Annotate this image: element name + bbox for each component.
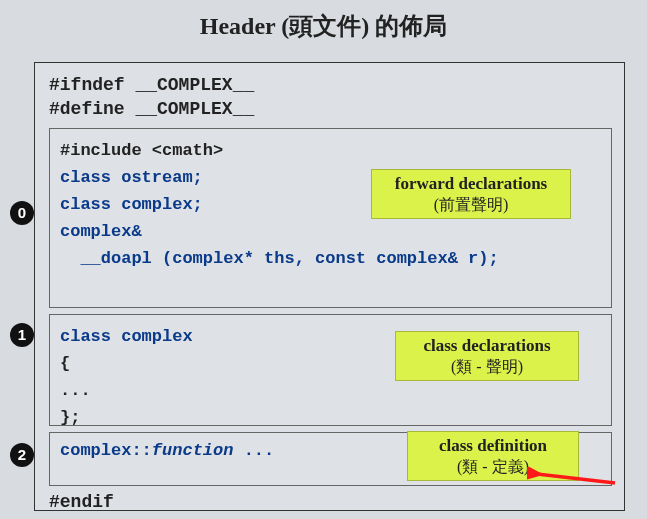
label-en: class definition bbox=[422, 435, 564, 457]
define-line: #define __COMPLEX__ bbox=[49, 97, 612, 121]
code-line: complex& bbox=[60, 218, 601, 245]
include-guard: #ifndef __COMPLEX__ #define __COMPLEX__ bbox=[49, 73, 612, 122]
label-zh: (前置聲明) bbox=[386, 195, 556, 216]
label-forward-decl: forward declarations (前置聲明) bbox=[371, 169, 571, 220]
badge-1: 1 bbox=[10, 323, 34, 347]
label-zh: (類 - 聲明) bbox=[410, 357, 564, 378]
svg-line-0 bbox=[537, 474, 615, 483]
header-file-box: #ifndef __COMPLEX__ #define __COMPLEX__ … bbox=[34, 62, 625, 511]
code-line: #include <cmath> bbox=[60, 137, 601, 164]
slide: Header (頭文件) 的佈局 #ifndef __COMPLEX__ #de… bbox=[0, 0, 647, 519]
label-class-decl: class declarations (類 - 聲明) bbox=[395, 331, 579, 382]
slide-title: Header (頭文件) 的佈局 bbox=[0, 0, 647, 54]
red-arrow-icon bbox=[527, 467, 617, 487]
code-line: __doapl (complex* ths, const complex& r)… bbox=[60, 245, 601, 272]
label-en: class declarations bbox=[410, 335, 564, 357]
code-line: }; bbox=[60, 404, 601, 431]
badge-2: 2 bbox=[10, 443, 34, 467]
ifndef-line: #ifndef __COMPLEX__ bbox=[49, 73, 612, 97]
section-0: 0 forward declarations (前置聲明) #include <… bbox=[49, 128, 612, 308]
label-en: forward declarations bbox=[386, 173, 556, 195]
endif-line: #endif bbox=[49, 492, 612, 512]
section-1: 1 class declarations (類 - 聲明) class comp… bbox=[49, 314, 612, 426]
badge-0: 0 bbox=[10, 201, 34, 225]
